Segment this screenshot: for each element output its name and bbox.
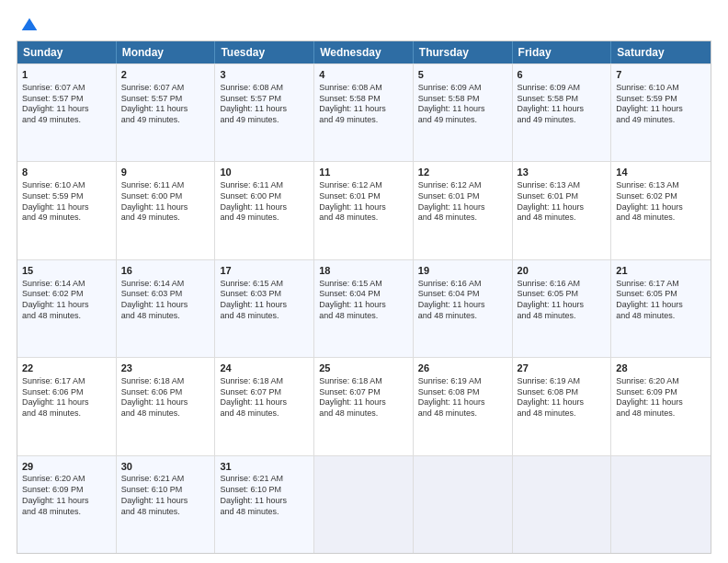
day-number: 28	[616, 362, 706, 375]
calendar-week: 29Sunrise: 6:20 AM Sunset: 6:09 PM Dayli…	[17, 455, 711, 553]
day-number: 20	[518, 264, 607, 278]
calendar-cell: 6Sunrise: 6:09 AM Sunset: 5:58 PM Daylig…	[513, 64, 612, 161]
day-number: 17	[220, 264, 309, 278]
day-info: Sunrise: 6:21 AM Sunset: 6:10 PM Dayligh…	[220, 474, 309, 517]
day-number: 23	[121, 362, 210, 375]
calendar-cell: 24Sunrise: 6:18 AM Sunset: 6:07 PM Dayli…	[215, 358, 314, 454]
weekday-header: Tuesday	[215, 41, 314, 63]
day-number: 2	[121, 68, 210, 82]
day-info: Sunrise: 6:07 AM Sunset: 5:57 PM Dayligh…	[121, 83, 210, 126]
day-info: Sunrise: 6:19 AM Sunset: 6:08 PM Dayligh…	[418, 376, 507, 419]
day-number: 14	[616, 166, 706, 179]
day-number: 21	[616, 264, 706, 278]
day-number: 3	[220, 68, 309, 82]
day-info: Sunrise: 6:18 AM Sunset: 6:07 PM Dayligh…	[220, 376, 309, 419]
calendar-cell: 10Sunrise: 6:11 AM Sunset: 6:00 PM Dayli…	[215, 162, 314, 259]
calendar-week: 1Sunrise: 6:07 AM Sunset: 5:57 PM Daylig…	[17, 63, 711, 161]
calendar-cell: 21Sunrise: 6:17 AM Sunset: 6:05 PM Dayli…	[611, 260, 711, 357]
weekday-header: Wednesday	[314, 41, 414, 63]
day-info: Sunrise: 6:13 AM Sunset: 6:02 PM Dayligh…	[616, 180, 706, 224]
day-info: Sunrise: 6:15 AM Sunset: 6:04 PM Dayligh…	[319, 279, 408, 322]
calendar-cell: 18Sunrise: 6:15 AM Sunset: 6:04 PM Dayli…	[314, 260, 414, 357]
day-info: Sunrise: 6:12 AM Sunset: 6:01 PM Dayligh…	[418, 180, 507, 224]
calendar-cell: 28Sunrise: 6:20 AM Sunset: 6:09 PM Dayli…	[611, 358, 711, 454]
weekday-header: Friday	[513, 41, 612, 63]
calendar-cell: 15Sunrise: 6:14 AM Sunset: 6:02 PM Dayli…	[17, 260, 117, 357]
calendar-cell: 26Sunrise: 6:19 AM Sunset: 6:08 PM Dayli…	[414, 358, 513, 454]
calendar-cell: 22Sunrise: 6:17 AM Sunset: 6:06 PM Dayli…	[17, 358, 117, 454]
day-info: Sunrise: 6:20 AM Sunset: 6:09 PM Dayligh…	[616, 376, 706, 419]
calendar-cell	[414, 456, 513, 553]
day-info: Sunrise: 6:15 AM Sunset: 6:03 PM Dayligh…	[220, 279, 309, 322]
day-info: Sunrise: 6:14 AM Sunset: 6:02 PM Dayligh…	[22, 279, 111, 322]
day-number: 5	[418, 68, 507, 82]
day-info: Sunrise: 6:10 AM Sunset: 5:59 PM Dayligh…	[616, 83, 706, 126]
day-info: Sunrise: 6:12 AM Sunset: 6:01 PM Dayligh…	[319, 180, 408, 224]
calendar-cell	[314, 456, 414, 553]
calendar-cell	[611, 456, 711, 553]
calendar-week: 15Sunrise: 6:14 AM Sunset: 6:02 PM Dayli…	[17, 259, 711, 357]
day-info: Sunrise: 6:10 AM Sunset: 5:59 PM Dayligh…	[22, 180, 111, 224]
calendar-cell: 29Sunrise: 6:20 AM Sunset: 6:09 PM Dayli…	[17, 456, 117, 553]
day-number: 11	[319, 166, 408, 179]
day-info: Sunrise: 6:16 AM Sunset: 6:05 PM Dayligh…	[518, 279, 607, 322]
calendar-body: 1Sunrise: 6:07 AM Sunset: 5:57 PM Daylig…	[17, 63, 711, 553]
calendar-cell	[513, 456, 612, 553]
calendar-cell: 1Sunrise: 6:07 AM Sunset: 5:57 PM Daylig…	[17, 64, 117, 161]
day-info: Sunrise: 6:19 AM Sunset: 6:08 PM Dayligh…	[518, 376, 607, 419]
calendar-cell: 31Sunrise: 6:21 AM Sunset: 6:10 PM Dayli…	[215, 456, 314, 553]
day-number: 25	[319, 362, 408, 375]
calendar-cell: 20Sunrise: 6:16 AM Sunset: 6:05 PM Dayli…	[513, 260, 612, 357]
calendar: SundayMondayTuesdayWednesdayThursdayFrid…	[17, 40, 711, 554]
calendar-cell: 11Sunrise: 6:12 AM Sunset: 6:01 PM Dayli…	[314, 162, 414, 259]
calendar-cell: 4Sunrise: 6:08 AM Sunset: 5:58 PM Daylig…	[314, 64, 414, 161]
day-number: 22	[22, 362, 111, 375]
day-number: 27	[518, 362, 607, 375]
day-number: 6	[518, 68, 607, 82]
day-info: Sunrise: 6:18 AM Sunset: 6:06 PM Dayligh…	[121, 376, 210, 419]
header	[17, 17, 711, 31]
calendar-cell: 12Sunrise: 6:12 AM Sunset: 6:01 PM Dayli…	[414, 162, 513, 259]
day-number: 26	[418, 362, 507, 375]
weekday-header: Saturday	[611, 41, 711, 63]
weekday-header: Monday	[117, 41, 216, 63]
day-info: Sunrise: 6:09 AM Sunset: 5:58 PM Dayligh…	[518, 83, 607, 126]
day-info: Sunrise: 6:13 AM Sunset: 6:01 PM Dayligh…	[518, 180, 607, 224]
day-info: Sunrise: 6:09 AM Sunset: 5:58 PM Dayligh…	[418, 83, 507, 126]
calendar-cell: 8Sunrise: 6:10 AM Sunset: 5:59 PM Daylig…	[17, 162, 117, 259]
day-info: Sunrise: 6:21 AM Sunset: 6:10 PM Dayligh…	[121, 474, 210, 517]
day-number: 18	[319, 264, 408, 278]
calendar-cell: 14Sunrise: 6:13 AM Sunset: 6:02 PM Dayli…	[611, 162, 711, 259]
calendar-header: SundayMondayTuesdayWednesdayThursdayFrid…	[17, 41, 711, 63]
day-number: 10	[220, 166, 309, 179]
day-info: Sunrise: 6:11 AM Sunset: 6:00 PM Dayligh…	[121, 180, 210, 224]
weekday-header: Sunday	[17, 41, 117, 63]
calendar-cell: 13Sunrise: 6:13 AM Sunset: 6:01 PM Dayli…	[513, 162, 612, 259]
calendar-cell: 25Sunrise: 6:18 AM Sunset: 6:07 PM Dayli…	[314, 358, 414, 454]
day-info: Sunrise: 6:17 AM Sunset: 6:06 PM Dayligh…	[22, 376, 111, 419]
calendar-cell: 3Sunrise: 6:08 AM Sunset: 5:57 PM Daylig…	[215, 64, 314, 161]
calendar-cell: 16Sunrise: 6:14 AM Sunset: 6:03 PM Dayli…	[117, 260, 216, 357]
day-info: Sunrise: 6:16 AM Sunset: 6:04 PM Dayligh…	[418, 279, 507, 322]
calendar-cell: 30Sunrise: 6:21 AM Sunset: 6:10 PM Dayli…	[117, 456, 216, 553]
svg-marker-0	[22, 18, 38, 30]
day-info: Sunrise: 6:18 AM Sunset: 6:07 PM Dayligh…	[319, 376, 408, 419]
day-info: Sunrise: 6:08 AM Sunset: 5:58 PM Dayligh…	[319, 83, 408, 126]
day-number: 15	[22, 264, 111, 278]
day-number: 4	[319, 68, 408, 82]
day-info: Sunrise: 6:11 AM Sunset: 6:00 PM Dayligh…	[220, 180, 309, 224]
day-number: 7	[616, 68, 706, 82]
logo-icon	[20, 17, 39, 35]
day-number: 1	[22, 68, 111, 82]
calendar-cell: 7Sunrise: 6:10 AM Sunset: 5:59 PM Daylig…	[611, 64, 711, 161]
calendar-cell: 23Sunrise: 6:18 AM Sunset: 6:06 PM Dayli…	[117, 358, 216, 454]
day-number: 9	[121, 166, 210, 179]
calendar-cell: 2Sunrise: 6:07 AM Sunset: 5:57 PM Daylig…	[117, 64, 216, 161]
calendar-week: 22Sunrise: 6:17 AM Sunset: 6:06 PM Dayli…	[17, 357, 711, 454]
weekday-header: Thursday	[414, 41, 513, 63]
day-number: 29	[22, 460, 111, 474]
calendar-cell: 9Sunrise: 6:11 AM Sunset: 6:00 PM Daylig…	[117, 162, 216, 259]
calendar-cell: 17Sunrise: 6:15 AM Sunset: 6:03 PM Dayli…	[215, 260, 314, 357]
day-number: 31	[220, 460, 309, 474]
calendar-week: 8Sunrise: 6:10 AM Sunset: 5:59 PM Daylig…	[17, 161, 711, 259]
